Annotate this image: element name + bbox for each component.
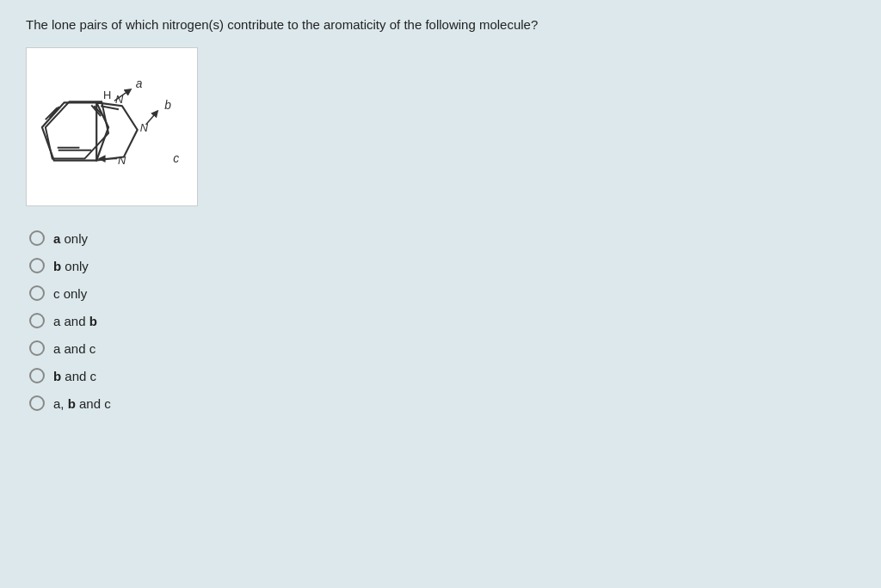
options-list: a only b only c only a and b a and c b a… bbox=[26, 230, 855, 411]
svg-text:a: a bbox=[136, 77, 143, 90]
option-b-only[interactable]: b only bbox=[29, 258, 855, 273]
radio-b-only[interactable] bbox=[29, 258, 45, 273]
radio-c-only[interactable] bbox=[29, 285, 45, 301]
radio-b-and-c[interactable] bbox=[29, 368, 45, 383]
label-a-b-and-c: a, b and c bbox=[53, 396, 111, 411]
radio-a-and-c[interactable] bbox=[29, 340, 45, 356]
label-a-and-b: a and b bbox=[53, 314, 97, 328]
option-a-b-and-c[interactable]: a, b and c bbox=[29, 395, 855, 411]
label-a-only: a only bbox=[53, 231, 88, 246]
radio-a-b-and-c[interactable] bbox=[29, 395, 45, 411]
option-b-and-c[interactable]: b and c bbox=[29, 368, 855, 383]
option-a-only[interactable]: a only bbox=[29, 230, 855, 246]
svg-text:H: H bbox=[103, 89, 111, 101]
label-b-and-c: b and c bbox=[53, 369, 96, 383]
svg-text:N: N bbox=[118, 154, 126, 167]
svg-line-15 bbox=[146, 113, 157, 125]
svg-marker-9 bbox=[96, 102, 137, 160]
svg-text:b: b bbox=[164, 98, 171, 112]
radio-a-and-b[interactable] bbox=[29, 313, 45, 328]
option-a-and-c[interactable]: a and c bbox=[29, 340, 855, 356]
radio-a-only[interactable] bbox=[29, 230, 45, 246]
molecule-diagram: N H N N a b c bbox=[26, 47, 198, 206]
option-c-only[interactable]: c only bbox=[29, 285, 855, 301]
label-c-only: c only bbox=[53, 286, 87, 301]
question-text: The lone pairs of which nitrogen(s) cont… bbox=[26, 17, 855, 32]
label-b-only: b only bbox=[53, 259, 89, 273]
option-a-and-b[interactable]: a and b bbox=[29, 313, 855, 328]
label-a-and-c: a and c bbox=[53, 341, 95, 356]
svg-text:c: c bbox=[173, 151, 179, 165]
